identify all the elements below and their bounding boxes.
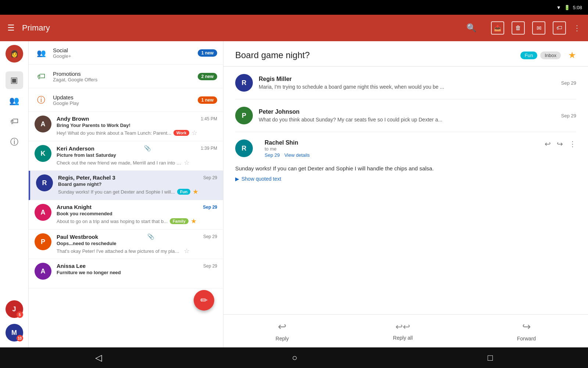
- avatar-group-2[interactable]: M 10: [6, 324, 23, 342]
- avatar-paul: P: [35, 233, 51, 250]
- avatar-regis: R: [36, 174, 53, 191]
- promotions-new-badge: 2 new: [198, 73, 217, 80]
- time-aruna: Sep 29: [203, 205, 217, 210]
- email-item-regis[interactable]: R Regis, Peter, Rachel 3 Sep 29 Board ga…: [29, 171, 223, 200]
- sender-anissa: Anissa Lee: [57, 263, 86, 269]
- preview-keri: Check out the new friend we made, Merril…: [57, 160, 182, 166]
- detail-star-button[interactable]: ★: [568, 50, 576, 60]
- message-peter[interactable]: P Peter Johnson What do you think about …: [235, 99, 576, 132]
- tag-fun-detail[interactable]: Fun: [520, 52, 537, 59]
- compose-button[interactable]: ✏: [194, 290, 214, 311]
- msg-to-rachel: to me: [265, 146, 545, 152]
- forward-button[interactable]: ↪ Forward: [517, 321, 536, 342]
- reply-icon: ↩: [278, 321, 286, 333]
- preview-aruna: About to go on a trip and was hoping to …: [57, 219, 168, 224]
- detail-subject: Board game night?: [235, 50, 516, 60]
- email-detail: Board game night? Fun Inbox ★ R Regis Mi…: [223, 41, 588, 347]
- badge-1: 5: [17, 311, 23, 318]
- toolbar-actions: 📥 🗑 ✉ 🏷 ⋮: [491, 21, 581, 35]
- rachel-actions: ↩ ↪ ⋮: [545, 139, 576, 148]
- msg-avatar-regis: R: [235, 74, 253, 92]
- email-item-paul[interactable]: P Paul Westbrook 📎 Sep 29 Oops...need to…: [29, 230, 223, 259]
- user-avatar[interactable]: 👩: [6, 45, 23, 63]
- sidebar-item-label[interactable]: 🏷: [6, 113, 23, 130]
- tag-aruna: Family: [170, 218, 189, 224]
- reply-all-button[interactable]: ↩↩ Reply all: [393, 322, 413, 341]
- status-bar: ▼ 🔋 5:08: [0, 0, 588, 15]
- tag-regis: Fun: [177, 189, 190, 195]
- sender-paul: Paul Westbrook: [57, 234, 98, 240]
- home-button[interactable]: ○: [292, 353, 297, 363]
- mail-button[interactable]: ✉: [532, 21, 545, 35]
- recents-button[interactable]: □: [488, 353, 493, 363]
- back-button[interactable]: ◁: [95, 353, 102, 363]
- more-rachel-button[interactable]: ⋮: [569, 139, 576, 148]
- msg-date-regis: Sep 29: [561, 80, 576, 86]
- star-paul[interactable]: ☆: [184, 247, 190, 255]
- more-options-button[interactable]: ⋮: [573, 24, 581, 32]
- attachment-icon-keri: 📎: [144, 145, 151, 152]
- delete-icon: 🗑: [515, 25, 521, 31]
- menu-icon[interactable]: ☰: [7, 23, 15, 33]
- reply-button[interactable]: ↩ Reply: [276, 321, 289, 342]
- main-layout: 👩 ▣ 👥 🏷 ⓘ J 5 M 10 👥 Social: [0, 41, 588, 347]
- promotions-category-sub: Zagat, Google Offers: [53, 77, 198, 82]
- msg-preview-regis: Maria, I'm trying to schedule a board ga…: [259, 84, 561, 90]
- detail-tags: Fun Inbox: [520, 52, 561, 59]
- email-item-aruna[interactable]: A Aruna Knight Sep 29 Book you recommend…: [29, 200, 223, 230]
- msg-sender-regis: Regis Miller: [259, 76, 292, 82]
- message-regis[interactable]: R Regis Miller Maria, I'm trying to sche…: [235, 67, 576, 99]
- user-avatar-img: 👩: [10, 50, 18, 58]
- search-icon[interactable]: 🔍: [466, 23, 476, 33]
- sidebar-item-people[interactable]: 👥: [6, 92, 23, 110]
- archive-button[interactable]: 📥: [491, 21, 504, 35]
- reply-all-label: Reply all: [393, 335, 413, 341]
- email-item-anissa[interactable]: A Anissa Lee Sep 29 Furniture we no long…: [29, 259, 223, 289]
- subject-regis: Board game night?: [58, 181, 217, 187]
- email-item-keri[interactable]: K Keri Anderson 📎 1:39 PM Picture from l…: [29, 141, 223, 171]
- sender-aruna: Aruna Knight: [57, 204, 92, 210]
- show-quoted-label: Show quoted text: [241, 176, 281, 182]
- forward-label: Forward: [517, 336, 536, 342]
- forward-icon: ↪: [522, 321, 531, 333]
- delete-button[interactable]: 🗑: [512, 21, 525, 35]
- avatar-group-1[interactable]: J 5: [6, 300, 23, 318]
- updates-category-icon: ⓘ: [35, 93, 48, 107]
- star-andy[interactable]: ☆: [191, 129, 197, 137]
- preview-regis: Sunday works! If you can get Dexter and …: [58, 189, 175, 195]
- promotions-category-name: Promotions: [53, 71, 198, 77]
- sender-regis: Regis, Peter, Rachel 3: [58, 174, 115, 181]
- category-promotions[interactable]: 🏷 Promotions Zagat, Google Offers 2 new: [29, 65, 223, 88]
- badge-2: 10: [17, 335, 23, 342]
- star-regis[interactable]: ★: [193, 188, 198, 196]
- social-category-icon: 👥: [35, 46, 48, 60]
- view-details-rachel[interactable]: View details: [284, 152, 310, 158]
- time-anissa: Sep 29: [203, 263, 217, 269]
- people-icon: 👥: [9, 96, 19, 106]
- msg-avatar-peter: P: [235, 107, 253, 124]
- show-quoted-text-button[interactable]: ▶ Show quoted text: [235, 176, 576, 182]
- sidebar-item-inbox[interactable]: ▣: [6, 71, 23, 89]
- category-updates[interactable]: ⓘ Updates Google Play 1 new: [29, 88, 223, 112]
- forward-rachel-button[interactable]: ↪: [557, 139, 563, 148]
- reply-rachel-button[interactable]: ↩: [545, 139, 551, 148]
- category-social[interactable]: 👥 Social Google+ 1 new: [29, 41, 223, 65]
- reply-bar: ↩ Reply ↩↩ Reply all ↪ Forward: [223, 314, 588, 347]
- star-keri[interactable]: ☆: [184, 159, 190, 167]
- reply-all-icon: ↩↩: [395, 322, 410, 332]
- updates-category-sub: Google Play: [53, 100, 198, 106]
- sidebar-icons: 👩 ▣ 👥 🏷 ⓘ J 5 M 10: [0, 41, 29, 347]
- email-item-andy[interactable]: A Andy Brown 1:45 PM Bring Your Parents …: [29, 112, 223, 141]
- social-category-name: Social: [53, 47, 198, 53]
- info-icon: ⓘ: [10, 137, 18, 148]
- star-aruna[interactable]: ★: [191, 217, 197, 225]
- message-rachel: R Rachel Shin to me Sep 29 View details …: [235, 132, 576, 189]
- sidebar-item-info[interactable]: ⓘ: [6, 133, 23, 151]
- triangle-icon: ▶: [235, 176, 239, 182]
- tag-inbox-detail[interactable]: Inbox: [540, 52, 561, 59]
- avatar-aruna: A: [35, 204, 51, 221]
- label-button[interactable]: 🏷: [553, 21, 566, 35]
- msg-date-rachel: Sep 29: [265, 152, 280, 158]
- time-regis: Sep 29: [203, 175, 217, 180]
- preview-andy: Hey! What do you think about a Team Lunc…: [57, 130, 171, 136]
